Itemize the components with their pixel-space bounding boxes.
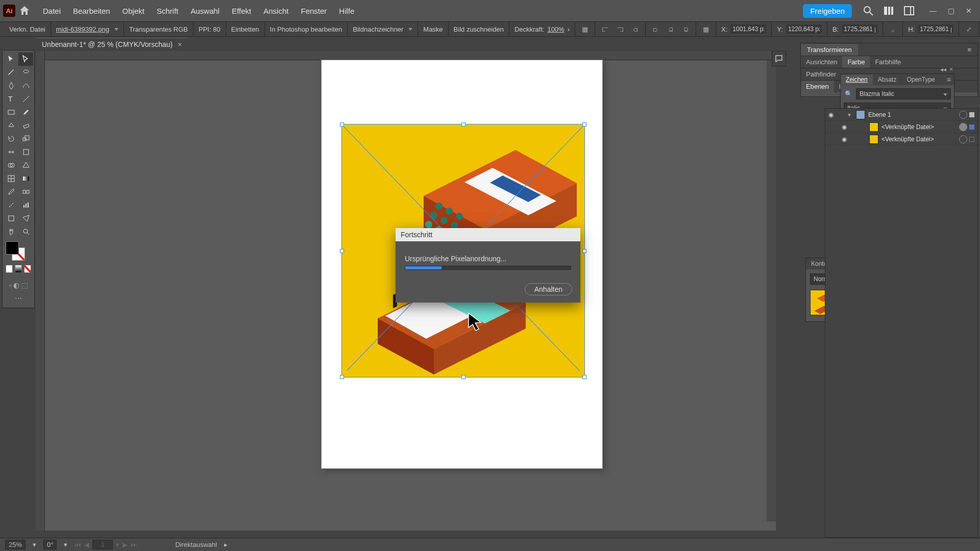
edit-ps-button[interactable]: In Photoshop bearbeiten (265, 22, 348, 36)
home-icon[interactable] (18, 5, 31, 17)
document-tab[interactable]: Unbenannt-1* @ 25 % (CMYK/Vorschau) × (36, 38, 188, 51)
color-mode[interactable] (6, 265, 13, 273)
close-tab-icon[interactable]: × (178, 40, 182, 48)
font-family-input[interactable]: Blazma Italic (856, 88, 951, 99)
screen-mode-icons[interactable]: ▫ ◐ ⬚ (4, 281, 33, 289)
none-mode[interactable] (24, 265, 31, 273)
eraser-tool[interactable] (18, 119, 33, 132)
curvature-tool[interactable] (18, 79, 33, 92)
fill-stroke-swatches[interactable] (4, 238, 33, 276)
hand-tool[interactable] (4, 225, 18, 238)
paintbrush-tool[interactable] (18, 106, 33, 119)
lasso-tool[interactable] (18, 66, 33, 79)
scale-tool[interactable] (18, 132, 33, 145)
shaper-tool[interactable] (4, 119, 18, 132)
minimize-icon[interactable]: — (929, 7, 937, 15)
comments-panel-icon[interactable] (772, 51, 786, 66)
vertical-scrollbar[interactable] (767, 60, 776, 521)
gradient-tool[interactable] (18, 172, 33, 185)
layer-name[interactable]: <Verknüpfte Datei> (881, 136, 959, 143)
constrain-icon[interactable]: ⤢ (959, 22, 979, 36)
edit-toolbar-icon[interactable]: ⋯ (4, 294, 33, 303)
target-icon[interactable] (959, 135, 967, 143)
menu-hilfe[interactable]: Hilfe (333, 4, 360, 18)
align-left-icon[interactable]: ⫍ (600, 24, 609, 34)
shape-builder-tool[interactable] (4, 159, 18, 172)
horizontal-ruler[interactable] (45, 51, 776, 60)
opt-filename[interactable]: midi-6389392.png (51, 22, 124, 36)
workspace-icon[interactable] (903, 5, 915, 17)
layer-row-ebene1[interactable]: ◉ ▾ Ebene 1 (825, 109, 977, 121)
menu-ansicht[interactable]: Ansicht (257, 4, 295, 18)
line-tool[interactable] (18, 92, 33, 106)
artboard-nav[interactable]: ⏮◀1▾▶⏭ (75, 540, 137, 549)
target-icon[interactable] (959, 123, 967, 131)
tab-farbhilfe[interactable]: Farbhilfe (870, 56, 906, 68)
tab-farbe[interactable]: Farbe (842, 56, 870, 68)
mesh-tool[interactable] (4, 172, 18, 185)
search-icon[interactable] (862, 5, 874, 17)
perspective-grid-tool[interactable] (18, 159, 33, 172)
target-icon[interactable] (959, 111, 967, 119)
embed-button[interactable]: Einbetten (226, 22, 265, 36)
zoom-tool[interactable] (18, 225, 33, 238)
menu-fenster[interactable]: Fenster (295, 4, 333, 18)
menu-effekt[interactable]: Effekt (226, 4, 257, 18)
magic-wand-tool[interactable] (4, 66, 18, 79)
align-top-icon[interactable]: ⫐ (651, 24, 660, 34)
collapse-icon[interactable]: ◂◂ (940, 66, 946, 73)
close-icon[interactable]: ✕ (966, 7, 972, 15)
y-input[interactable] (786, 24, 822, 34)
menu-objekt[interactable]: Objekt (116, 4, 151, 18)
menu-datei[interactable]: Datei (37, 4, 67, 18)
pen-tool[interactable] (4, 79, 18, 92)
crop-button[interactable]: Bild zuschneiden (449, 22, 509, 36)
align-vcenter-icon[interactable]: ⫑ (666, 24, 675, 34)
menu-auswahl[interactable]: Auswahl (184, 4, 226, 18)
close-panel-icon[interactable]: × (949, 66, 953, 73)
visibility-toggle[interactable]: ◉ (839, 136, 850, 143)
free-transform-tool[interactable] (18, 145, 33, 159)
direct-selection-tool[interactable] (18, 53, 33, 66)
h-input[interactable] (918, 24, 953, 34)
graph-tool[interactable] (18, 198, 33, 212)
panel-menu-icon[interactable]: ≡ (944, 76, 954, 84)
tab-transformieren[interactable]: Transformieren (801, 44, 858, 56)
search-font-icon[interactable]: 🔍 (844, 90, 853, 97)
panel-menu-icon[interactable]: ≡ (961, 44, 977, 56)
width-tool[interactable] (4, 145, 18, 159)
align-right-icon[interactable]: ⫏ (631, 24, 640, 34)
w-input[interactable] (842, 24, 877, 34)
arrange-icon[interactable] (883, 5, 895, 17)
selection-tool[interactable] (4, 53, 18, 66)
align-bottom-icon[interactable]: ⫒ (681, 24, 691, 34)
x-input[interactable] (730, 24, 766, 34)
align-hcenter-icon[interactable]: ⫎ (616, 24, 625, 34)
vertical-ruler[interactable] (36, 51, 45, 531)
menu-bearbeiten[interactable]: Bearbeiten (67, 4, 116, 18)
eyedropper-tool[interactable] (4, 185, 18, 198)
tab-opentype[interactable]: OpenType (901, 74, 940, 85)
layer-name[interactable]: <Verknüpfte Datei> (881, 123, 959, 131)
zoom-input[interactable]: 25% (5, 540, 26, 549)
symbol-sprayer-tool[interactable] (4, 198, 18, 212)
type-tool[interactable]: T (4, 92, 18, 106)
link-wh-icon[interactable]: ⟓ (883, 22, 903, 36)
disclosure-icon[interactable]: ▾ (848, 111, 856, 118)
blend-tool[interactable] (18, 185, 33, 198)
tab-ausrichten[interactable]: Ausrichten (801, 56, 842, 68)
tab-absatz[interactable]: Absatz (873, 74, 902, 85)
tab-ebenen[interactable]: Ebenen (801, 81, 834, 92)
visibility-toggle[interactable]: ◉ (839, 123, 850, 131)
mask-button[interactable]: Maske (418, 22, 448, 36)
layer-row-linked-2[interactable]: ◉ <Verknüpfte Datei> (825, 133, 977, 145)
menu-schrift[interactable]: Schrift (151, 4, 185, 18)
share-button[interactable]: Freigeben (803, 4, 852, 18)
tab-zeichen[interactable]: Zeichen (841, 74, 873, 85)
artboard-tool[interactable] (4, 212, 18, 225)
stop-button[interactable]: Anhalten (525, 283, 572, 295)
rectangle-tool[interactable] (4, 106, 18, 119)
slice-tool[interactable] (18, 212, 33, 225)
image-trace-button[interactable]: Bildnachzeichner (348, 22, 418, 36)
opacity-value[interactable]: 100% (547, 26, 564, 33)
